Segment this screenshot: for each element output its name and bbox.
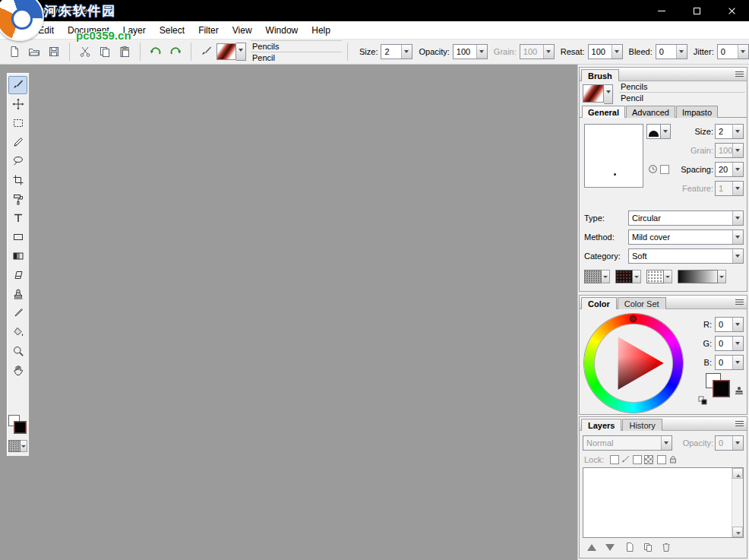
tool-rectangle[interactable] [8, 228, 27, 246]
scroll-up-button[interactable] [732, 468, 743, 479]
foreground-color-swatch[interactable] [713, 380, 730, 397]
scrollbar[interactable] [732, 468, 743, 537]
size-combo[interactable]: 2 [715, 124, 744, 139]
brush-name-block[interactable]: Pencils Pencil [251, 40, 342, 63]
layers-list[interactable] [583, 467, 744, 538]
dark-texture-swatch[interactable] [615, 270, 633, 283]
tab-general[interactable]: General [582, 106, 625, 118]
tool-pencil[interactable] [8, 133, 27, 151]
chevron-down-icon[interactable] [738, 45, 748, 59]
tool-clone-stamp[interactable] [8, 285, 27, 303]
menu-document[interactable]: Document [61, 22, 116, 39]
menu-help[interactable]: Help [305, 22, 337, 39]
panel-menu-icon[interactable] [735, 421, 744, 426]
tool-gradient[interactable] [8, 247, 27, 265]
foreground-color-swatch[interactable] [14, 421, 27, 434]
spacing-checkbox[interactable] [660, 165, 669, 174]
tool-brush[interactable] [8, 76, 27, 94]
tool-eraser[interactable] [8, 266, 27, 284]
panel-menu-icon[interactable] [735, 71, 744, 77]
tool-eyedropper[interactable] [8, 304, 27, 322]
tab-impasto[interactable]: Impasto [676, 106, 718, 118]
size-combo[interactable]: 2 [381, 44, 412, 59]
brush-dropdown[interactable] [604, 84, 613, 104]
brush-preview[interactable] [216, 43, 236, 60]
category-select[interactable]: Soft [628, 248, 744, 264]
chevron-down-icon[interactable] [732, 125, 743, 138]
scroll-down-button[interactable] [732, 527, 743, 537]
type-select[interactable]: Circular [628, 210, 744, 226]
paper-texture-swatch[interactable] [584, 270, 602, 283]
delete-layer-button[interactable] [659, 540, 674, 554]
tool-lasso[interactable] [8, 152, 27, 170]
pattern-dropdown-button[interactable] [21, 440, 27, 452]
tool-crop[interactable] [8, 171, 27, 189]
chevron-down-icon[interactable] [732, 163, 743, 176]
chevron-down-icon[interactable] [664, 270, 672, 283]
minimize-button[interactable] [644, 0, 679, 21]
open-button[interactable] [24, 43, 44, 61]
dynamics-icon[interactable] [648, 164, 658, 176]
close-button[interactable] [714, 0, 749, 21]
tool-rectangular-select[interactable] [8, 114, 27, 132]
chevron-down-icon[interactable] [732, 356, 743, 369]
menu-select[interactable]: Select [153, 22, 191, 39]
opacity-combo[interactable]: 100 [453, 44, 488, 59]
chevron-down-icon[interactable] [718, 270, 726, 283]
menu-layer[interactable]: Layer [116, 22, 153, 39]
tab-history[interactable]: History [622, 419, 662, 431]
pattern-swatch[interactable] [8, 440, 21, 452]
green-combo[interactable]: 0 [715, 336, 744, 351]
new-button[interactable] [5, 43, 24, 61]
menu-filter[interactable]: Filter [191, 22, 226, 39]
tool-text[interactable] [8, 209, 27, 227]
chevron-down-icon[interactable] [633, 270, 641, 283]
lock-all-checkbox[interactable] [657, 455, 666, 464]
panel-menu-icon[interactable] [735, 299, 744, 305]
tool-fill[interactable] [8, 323, 27, 341]
chevron-down-icon[interactable] [401, 45, 412, 59]
current-tool-button[interactable] [197, 43, 216, 61]
chevron-down-icon[interactable] [732, 337, 743, 350]
color-wheel[interactable] [584, 314, 683, 413]
brush-panel-title[interactable]: Brush [581, 69, 619, 81]
hue-marker[interactable] [630, 315, 637, 322]
blue-combo[interactable]: 0 [715, 355, 744, 370]
chevron-down-icon[interactable] [732, 211, 743, 225]
tab-color-set[interactable]: Color Set [618, 297, 666, 309]
chevron-down-icon[interactable] [732, 249, 743, 263]
move-layer-down-button[interactable] [602, 540, 618, 554]
chevron-down-icon[interactable] [732, 318, 743, 331]
tool-roller[interactable] [8, 190, 27, 208]
lock-paint-checkbox[interactable] [610, 455, 619, 464]
stamp-icon[interactable] [734, 384, 744, 398]
tab-advanced[interactable]: Advanced [626, 106, 675, 118]
maximize-button[interactable] [679, 0, 714, 21]
tool-move[interactable] [8, 95, 27, 113]
duplicate-layer-button[interactable] [640, 540, 656, 554]
menu-window[interactable]: Window [259, 22, 305, 39]
lock-transparency-checkbox[interactable] [633, 455, 642, 464]
method-select[interactable]: Mild cover [628, 229, 744, 245]
bleed-combo[interactable]: 0 [656, 44, 687, 59]
menu-view[interactable]: View [226, 22, 259, 39]
save-button[interactable] [44, 43, 64, 61]
chevron-down-icon[interactable] [476, 45, 487, 59]
canvas-area[interactable] [0, 65, 579, 560]
copy-button[interactable] [95, 43, 115, 61]
swap-colors-icon[interactable] [698, 396, 707, 407]
chevron-down-icon[interactable] [732, 230, 743, 244]
chevron-down-icon[interactable] [612, 45, 622, 59]
brush-tip-combo[interactable] [646, 124, 671, 139]
color-swatches[interactable] [8, 414, 28, 437]
stipple-texture-swatch[interactable] [646, 270, 664, 283]
jitter-combo[interactable]: 0 [717, 44, 749, 59]
brush-selector[interactable] [583, 84, 613, 104]
menu-file[interactable]: File [3, 22, 31, 39]
undo-button[interactable] [146, 43, 166, 61]
chevron-down-icon[interactable] [661, 125, 670, 138]
chevron-down-icon[interactable] [676, 45, 687, 59]
cut-button[interactable] [75, 43, 95, 61]
tool-hand[interactable] [8, 361, 27, 379]
new-layer-button[interactable] [622, 540, 637, 554]
